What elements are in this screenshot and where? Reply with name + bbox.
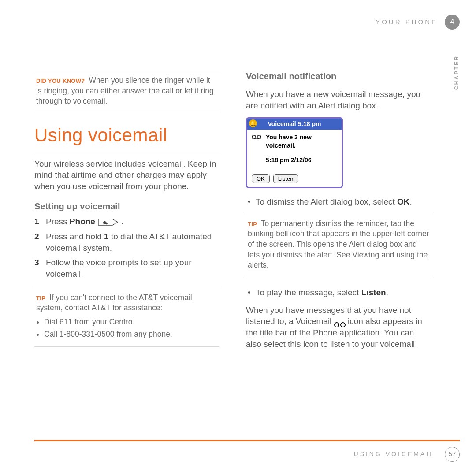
screenshot-titlebar: 🔔 Voicemail 5:18 pm bbox=[247, 119, 342, 130]
screenshot-message: You have 3 new voicemail. bbox=[266, 133, 337, 150]
phone-key-icon bbox=[97, 218, 119, 227]
alert-dialog-screenshot: 🔔 Voicemail 5:18 pm You have 3 new voice… bbox=[246, 117, 343, 188]
step-2: 2 Press and hold 1 to dial the AT&T auto… bbox=[34, 231, 219, 253]
tip-box-right: TIP To permanently dismiss the reminder,… bbox=[246, 214, 431, 276]
callout-lead: TIP bbox=[248, 221, 257, 227]
footer-section-label: USING VOICEMAIL bbox=[354, 450, 435, 458]
step-3: 3 Follow the voice prompts to set up you… bbox=[34, 257, 219, 279]
tip-bullet: Dial 611 from your Centro. bbox=[44, 317, 218, 327]
page-footer: USING VOICEMAIL 57 bbox=[34, 440, 460, 463]
section-heading: Using voicemail bbox=[34, 123, 219, 152]
voicemail-icon bbox=[252, 134, 261, 150]
did-you-know-box: DID YOU KNOW? When you silence the ringe… bbox=[34, 71, 219, 112]
svg-point-5 bbox=[341, 323, 345, 327]
title-bar-paragraph: When you have messages that you have not… bbox=[246, 305, 431, 350]
left-column: DID YOU KNOW? When you silence the ringe… bbox=[34, 71, 219, 357]
running-header: YOUR PHONE bbox=[376, 18, 438, 26]
screenshot-ok-button: OK bbox=[252, 174, 270, 184]
bullet-listen: To play the message, select Listen. bbox=[256, 287, 431, 298]
bell-icon: 🔔 bbox=[249, 119, 257, 127]
notification-intro: When you have a new voicemail message, y… bbox=[246, 89, 431, 111]
tip-box-left: TIP If you can't connect to the AT&T voi… bbox=[34, 288, 219, 347]
side-chapter-label: CHAPTER bbox=[453, 55, 460, 90]
callout-lead: TIP bbox=[36, 295, 45, 301]
subheading-notification: Voicemail notification bbox=[246, 71, 431, 82]
svg-marker-0 bbox=[98, 219, 118, 225]
svg-point-1 bbox=[252, 135, 256, 139]
page-number: 57 bbox=[445, 447, 460, 462]
bullet-dismiss: To dismiss the Alert dialog box, select … bbox=[256, 196, 431, 208]
callout-lead: DID YOU KNOW? bbox=[36, 78, 85, 84]
voicemail-icon bbox=[334, 320, 346, 326]
tip-bullet: Call 1-800-331-0500 from any phone. bbox=[44, 329, 218, 340]
subheading-setup: Setting up voicemail bbox=[34, 201, 219, 212]
chapter-badge: 4 bbox=[445, 15, 460, 30]
intro-paragraph: Your wireless service includes voicemail… bbox=[34, 158, 219, 192]
svg-point-4 bbox=[335, 323, 339, 327]
right-column: Voicemail notification When you have a n… bbox=[246, 71, 431, 357]
callout-text: If you can't connect to the AT&T voicema… bbox=[36, 293, 192, 312]
screenshot-timestamp: 5:18 pm 2/12/06 bbox=[266, 156, 337, 164]
svg-point-2 bbox=[257, 135, 261, 139]
setup-steps: 1 Press Phone . 2 Press and hold 1 to di… bbox=[34, 216, 219, 279]
step-1: 1 Press Phone . bbox=[34, 216, 219, 227]
screenshot-listen-button: Listen bbox=[273, 174, 298, 184]
